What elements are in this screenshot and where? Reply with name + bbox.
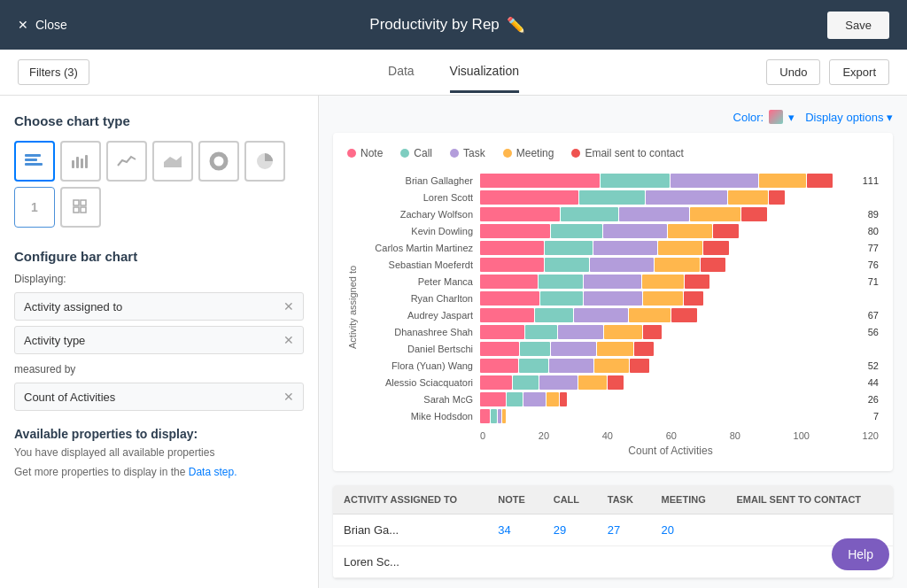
bar-segment-meeting (578, 375, 607, 390)
bar-row: Flora (Yuan) Wang52 (365, 359, 879, 373)
measured-by-label: measured by (14, 363, 304, 375)
help-button[interactable]: Help (832, 538, 889, 570)
bar-value: 71 (868, 276, 879, 287)
activity-assigned-to-tag[interactable]: Activity assigned to ✕ (14, 292, 304, 321)
chart-type-numeric[interactable]: 1 (14, 187, 55, 228)
bar-segment-task (584, 291, 643, 306)
bar-segment-email (713, 224, 739, 238)
legend-label-meeting: Meeting (516, 147, 554, 159)
bar-chart: Activity assigned to Brian Gallagher111L… (347, 174, 879, 441)
bar-row: Sarah McG26 (365, 392, 879, 406)
bar-label: Ryan Charlton (365, 293, 480, 304)
bar-segment-task (549, 359, 593, 373)
bar-segment-task (619, 207, 689, 221)
bar-segment-meeting (728, 190, 767, 205)
bar-segment-meeting (642, 275, 684, 289)
tab-data[interactable]: Data (388, 51, 415, 93)
data-step-link[interactable]: Data step. (189, 466, 237, 478)
chart-type-line[interactable] (106, 141, 147, 182)
bar-segment-meeting (643, 291, 682, 306)
bar-segment-note (480, 241, 544, 255)
legend-label-task: Task (463, 147, 485, 159)
bar-segment-note (480, 308, 534, 322)
bar-label: Carlos Martin Martinez (365, 243, 480, 253)
bar-segment-note (480, 174, 600, 188)
table-cell: Loren Sc... (333, 546, 487, 578)
bar-segment-call (539, 275, 583, 289)
bar-track (480, 325, 863, 339)
bar-segment-call (513, 375, 539, 390)
x-axis-tick: 100 (794, 430, 810, 441)
col-header-task: Task (597, 485, 651, 514)
bar-segment-task (551, 342, 597, 356)
chart-type-bar-horizontal[interactable] (14, 141, 55, 182)
col-header-email: Email Sent To Contact (725, 485, 893, 514)
count-activities-tag[interactable]: Count of Activities ✕ (14, 383, 304, 411)
bar-label: Kevin Dowling (365, 226, 480, 236)
edit-icon[interactable]: ✏️ (507, 16, 525, 35)
table-cell: 34 (487, 514, 542, 546)
bar-segment-email (630, 359, 649, 373)
bar-segment-call (535, 308, 573, 322)
chart-type-bar-vertical[interactable] (60, 141, 101, 182)
svg-rect-2 (25, 163, 43, 166)
svg-marker-7 (164, 156, 182, 167)
bar-segment-note (480, 392, 506, 406)
bar-segment-note (480, 275, 538, 289)
bar-segment-note (480, 258, 544, 272)
configure-title: Configure bar chart (14, 249, 304, 264)
activity-type-tag[interactable]: Activity type ✕ (14, 326, 304, 354)
legend-call: Call (400, 147, 432, 159)
bar-label: Audrey Jaspart (365, 310, 480, 321)
filters-button[interactable]: Filters (3) (18, 59, 89, 85)
chart-type-pie[interactable] (244, 141, 285, 182)
table-header-row: Activity Assigned To Note Call Task Meet… (333, 485, 893, 514)
bar-value: 76 (868, 259, 879, 270)
undo-button[interactable]: Undo (766, 59, 820, 85)
bar-track (480, 190, 873, 205)
save-button[interactable]: Save (827, 12, 889, 39)
bar-segment-email (634, 342, 654, 356)
bar-segment-meeting (668, 224, 712, 238)
bar-label: Sebastian Moeferdt (365, 259, 480, 270)
close-button[interactable]: ✕ Close (18, 18, 67, 32)
bar-segment-task (671, 174, 758, 188)
tab-visualization[interactable]: Visualization (450, 51, 519, 93)
bar-segment-note (480, 359, 518, 373)
y-axis-label: Activity assigned to (347, 174, 358, 441)
color-chevron-icon: ▾ (788, 111, 795, 124)
bar-value: 44 (868, 377, 879, 388)
bar-segment-call (579, 190, 645, 205)
bar-segment-call (545, 241, 593, 255)
chart-type-grid[interactable] (60, 187, 101, 228)
remove-assigned-to-icon[interactable]: ✕ (283, 299, 294, 313)
available-properties-title: Available properties to display: (14, 427, 304, 441)
display-options-button[interactable]: Display options ▾ (805, 111, 893, 124)
bar-segment-meeting (604, 325, 642, 339)
bar-segment-email (769, 190, 785, 205)
bar-track (480, 207, 863, 221)
bar-row: Kevin Dowling80 (365, 224, 879, 238)
data-table: Activity Assigned To Note Call Task Meet… (333, 485, 893, 578)
bar-segment-meeting (690, 207, 741, 221)
legend-dot-task (450, 149, 459, 158)
chart-type-donut[interactable] (198, 141, 239, 182)
legend-dot-note (347, 149, 356, 158)
chart-type-area[interactable] (152, 141, 193, 182)
bar-segment-call (520, 342, 549, 356)
bar-value: 67 (868, 310, 879, 321)
table-cell (597, 546, 651, 578)
app-header: ✕ Close Productivity by Rep ✏️ Save (0, 0, 907, 50)
bar-segment-task (584, 275, 641, 289)
bar-track (480, 308, 863, 322)
x-axis-tick: 20 (539, 430, 549, 441)
data-step-prefix: Get more properties to display in the (14, 466, 185, 478)
export-button[interactable]: Export (829, 59, 889, 85)
svg-point-9 (216, 159, 221, 164)
bar-track (480, 291, 873, 306)
color-option[interactable]: Color: ▾ (733, 110, 795, 124)
bar-row: Sebastian Moeferdt76 (365, 258, 879, 272)
remove-count-icon[interactable]: ✕ (283, 390, 294, 404)
bar-segment-meeting (594, 359, 630, 373)
remove-activity-type-icon[interactable]: ✕ (283, 333, 294, 347)
